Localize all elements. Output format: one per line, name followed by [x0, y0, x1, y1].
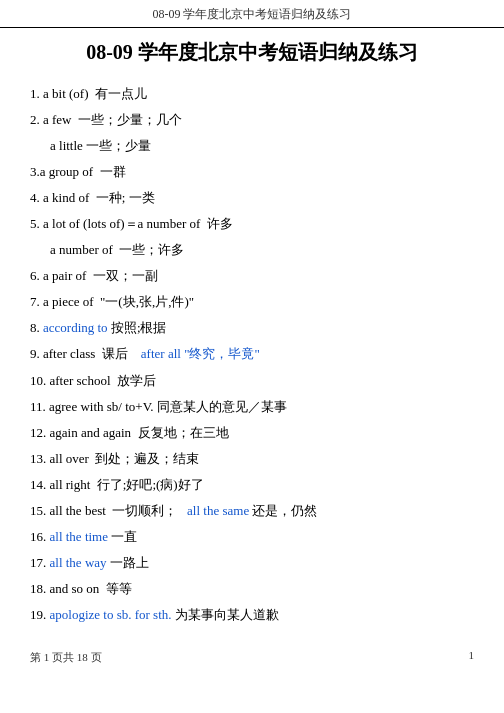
- list-item: 8. according to 按照;根据: [30, 316, 474, 340]
- list-item: 13. all over 到处；遍及；结束: [30, 447, 474, 471]
- list-item: a number of 一些；许多: [50, 238, 474, 262]
- blue-text: all the way: [50, 555, 107, 570]
- blue-text: after all "终究，毕竟": [141, 346, 260, 361]
- blue-text: according to: [43, 320, 108, 335]
- content-area: 1. a bit (of) 有一点儿 2. a few 一些；少量；几个 a l…: [0, 82, 504, 649]
- list-item: 2. a few 一些；少量；几个: [30, 108, 474, 132]
- list-item: 1. a bit (of) 有一点儿: [30, 82, 474, 106]
- list-item: 17. all the way 一路上: [30, 551, 474, 575]
- main-title: 08-09 学年度北京中考短语归纳及练习: [20, 38, 484, 66]
- blue-text: all the time: [50, 529, 108, 544]
- list-item: 19. apologize to sb. for sth. 为某事向某人道歉: [30, 603, 474, 627]
- page-info: 第 1 页共 18 页: [30, 651, 102, 663]
- list-item: 7. a piece of "一(块,张,片,件)": [30, 290, 474, 314]
- list-item: 10. after school 放学后: [30, 369, 474, 393]
- list-item: 12. again and again 反复地；在三地: [30, 421, 474, 445]
- blue-text: all the same: [187, 503, 249, 518]
- page-number: 1: [469, 649, 475, 661]
- list-item: 18. and so on 等等: [30, 577, 474, 601]
- list-item: 15. all the best 一切顺利； all the same 还是，仍…: [30, 499, 474, 523]
- list-item: 5. a lot of (lots of)＝a number of 许多: [30, 212, 474, 236]
- list-item: 11. agree with sb/ to+V. 同意某人的意见／某事: [30, 395, 474, 419]
- list-item: 6. a pair of 一双；一副: [30, 264, 474, 288]
- list-item: 14. all right 行了;好吧;(病)好了: [30, 473, 474, 497]
- list-item: a little 一些；少量: [50, 134, 474, 158]
- list-item: 9. after class 课后 after all "终究，毕竟": [30, 342, 474, 366]
- header-title: 08-09 学年度北京中考短语归纳及练习: [153, 7, 352, 21]
- list-item: 3.a group of 一群: [30, 160, 474, 184]
- blue-text: apologize to sb. for sth.: [50, 607, 172, 622]
- list-item: 4. a kind of 一种; 一类: [30, 186, 474, 210]
- header-bar: 08-09 学年度北京中考短语归纳及练习: [0, 0, 504, 28]
- list-item: 16. all the time 一直: [30, 525, 474, 549]
- footer: 第 1 页共 18 页 1: [30, 649, 474, 673]
